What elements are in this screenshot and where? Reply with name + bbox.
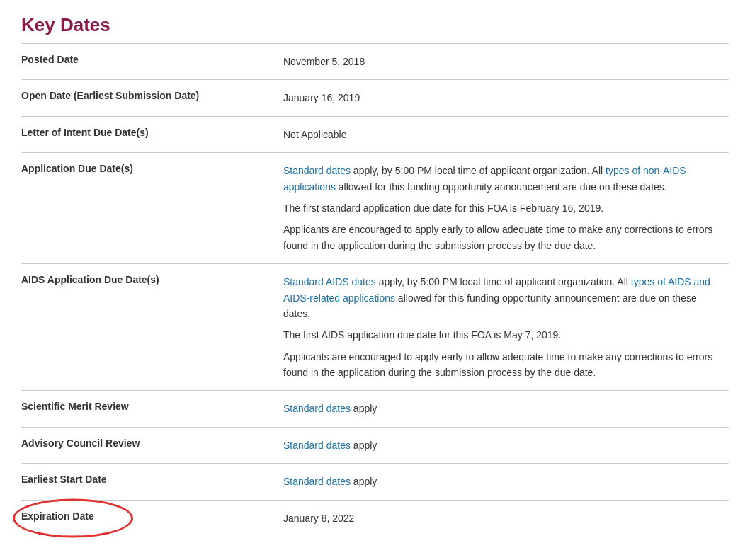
row-value-expiration-date: January 8, 2022: [283, 500, 729, 536]
smr-apply-text: apply: [351, 403, 377, 414]
row-value-application-due: Standard dates apply, by 5:00 PM local t…: [283, 153, 729, 264]
row-label-posted-date: Posted Date: [21, 44, 283, 80]
app-due-line2: The first standard application due date …: [283, 200, 722, 216]
page-title: Key Dates: [21, 14, 729, 36]
row-label-aids-application-due: AIDS Application Due Date(s): [21, 264, 283, 391]
aids-due-line2: The first AIDS application due date for …: [283, 327, 722, 343]
standard-dates-link-smr[interactable]: Standard dates: [283, 403, 351, 414]
standard-dates-link-app[interactable]: Standard dates: [283, 165, 351, 176]
row-value-aids-application-due: Standard AIDS dates apply, by 5:00 PM lo…: [283, 264, 729, 391]
table-row: AIDS Application Due Date(s) Standard AI…: [21, 264, 729, 391]
row-value-advisory-council: Standard dates apply: [283, 427, 729, 463]
row-label-earliest-start: Earliest Start Date: [21, 464, 283, 500]
acr-apply-text: apply: [351, 440, 377, 451]
app-due-text1-suffix: allowed for this funding opportunity ann…: [336, 181, 667, 193]
row-value-posted-date: November 5, 2018: [283, 44, 729, 80]
esd-apply-text: apply: [351, 476, 377, 487]
row-label-letter-of-intent: Letter of Intent Due Date(s): [21, 116, 283, 152]
aids-due-text1-prefix: apply, by 5:00 PM local time of applican…: [376, 276, 631, 287]
aids-due-line3: Applicants are encouraged to apply early…: [283, 349, 722, 381]
row-label-application-due: Application Due Date(s): [21, 153, 283, 264]
table-row: Application Due Date(s) Standard dates a…: [21, 153, 729, 264]
row-label-scientific-merit: Scientific Merit Review: [21, 391, 283, 427]
row-value-letter-of-intent: Not Applicable: [283, 116, 729, 152]
row-label-expiration-date: Expiration Date: [21, 500, 283, 536]
standard-aids-dates-link[interactable]: Standard AIDS dates: [283, 276, 376, 287]
app-due-text1-prefix: apply, by 5:00 PM local time of applican…: [351, 165, 606, 176]
table-row: Earliest Start Date Standard dates apply: [21, 464, 729, 500]
app-due-line3: Applicants are encouraged to apply early…: [283, 222, 722, 253]
row-value-scientific-merit: Standard dates apply: [283, 391, 729, 427]
table-row: Letter of Intent Due Date(s) Not Applica…: [21, 116, 729, 152]
row-label-advisory-council: Advisory Council Review: [21, 427, 283, 463]
key-dates-table: Posted Date November 5, 2018 Open Date (…: [21, 43, 729, 536]
table-row: Posted Date November 5, 2018: [21, 44, 729, 80]
row-label-open-date: Open Date (Earliest Submission Date): [21, 80, 283, 116]
row-value-open-date: January 16, 2019: [283, 80, 729, 116]
standard-dates-link-acr[interactable]: Standard dates: [283, 440, 351, 451]
row-value-earliest-start: Standard dates apply: [283, 464, 729, 500]
table-row: Advisory Council Review Standard dates a…: [21, 427, 729, 463]
table-row-expiration: Expiration Date January 8, 2022: [21, 500, 729, 536]
table-row: Scientific Merit Review Standard dates a…: [21, 391, 729, 427]
table-row: Open Date (Earliest Submission Date) Jan…: [21, 80, 729, 116]
standard-dates-link-esd[interactable]: Standard dates: [283, 476, 351, 487]
